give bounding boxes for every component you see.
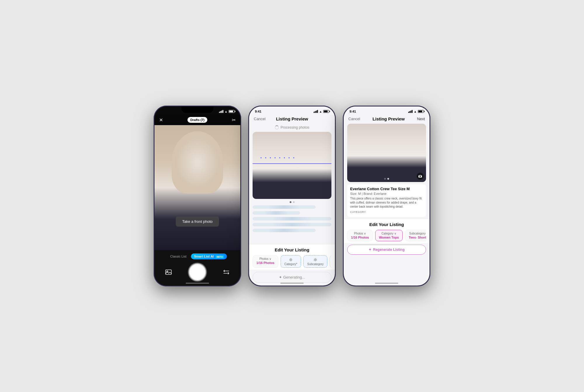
edit-tabs-3: Photos ∨ 1/16 Photos Category ∨ Women To… [347, 230, 426, 241]
edit-tabs-2: Photos ∨ 1/16 Photos ⊕ Category* ⊕ Subca… [253, 255, 331, 268]
sparkle-icon: ✦ [369, 248, 371, 252]
phones-container: 9:41 ▲ [154, 106, 430, 286]
dots-indicator-2 [249, 201, 335, 203]
edit-title-3: Edit Your Listing [347, 222, 426, 227]
status-icons-3: ▲ [408, 110, 424, 113]
regenerate-text: Regenerate Listing [373, 248, 404, 252]
subcategory-tab-label-3: Subcategory ∨ [409, 232, 426, 235]
smart-list-btn[interactable]: Smart List AI BETA [191, 253, 227, 259]
cancel-button-2[interactable]: Cancel [254, 117, 265, 121]
listing-content: Everlane Cotton Crew Tee Size M Size: M … [347, 184, 426, 217]
dot-2 [293, 201, 295, 203]
subcategory-tab-value-3: Tees- Short... [409, 236, 426, 239]
category-label: CATEGORY [350, 211, 423, 214]
result-dot-1 [384, 178, 386, 180]
photos-tab-3[interactable]: Photos ∨ 1/16 Photos [347, 230, 373, 241]
beta-badge: BETA [215, 255, 224, 258]
listing-photo-3 [347, 124, 426, 182]
signal-icon-2 [314, 110, 318, 113]
time-2: 9:41 [255, 110, 261, 113]
camera-viewfinder: Take a front photo [154, 125, 240, 250]
listing-description: This piece offers a classic crew neck, o… [350, 197, 423, 209]
battery-icon-2 [323, 110, 329, 113]
drafts-pill[interactable]: Drafts (7) [187, 117, 207, 123]
battery-icon-3 [418, 110, 424, 113]
photos-tab-value-3: 1/16 Photos [351, 236, 369, 239]
listing-preview-title-3: Listing Preview [373, 116, 405, 121]
take-photo-overlay: Take a front photo [176, 216, 219, 227]
mode-selector: Classic List Smart List AI BETA [160, 253, 234, 259]
category-tab-label-3: Category ∨ [379, 232, 399, 235]
skeleton-line-1 [253, 205, 316, 209]
result-dot-2 [387, 178, 389, 180]
photos-tab-label-3: Photos ∨ [351, 232, 369, 235]
dot-1 [290, 201, 291, 203]
category-icon-2: ⊕ [284, 257, 297, 262]
status-icons-2: ▲ [314, 110, 329, 113]
skeleton-line-2 [253, 211, 300, 215]
status-icons-1: ▲ [219, 110, 234, 113]
skeleton-line-5 [253, 229, 316, 232]
camera-header: ✕ Drafts (7) ✂ [154, 115, 240, 125]
photos-tab-value-2: 1/16 Photos [256, 261, 274, 265]
processing-spinner [275, 125, 279, 130]
wifi-icon-1: ▲ [225, 110, 227, 113]
generating-text: ✦ Generating... [279, 275, 305, 279]
listing-meta: Size: M | Brand: Everlane [350, 192, 423, 195]
signal-icon-1 [219, 110, 223, 113]
notch-1 [181, 106, 213, 113]
model-photo-1 [154, 125, 240, 250]
home-indicator-2 [280, 283, 304, 284]
listing-preview-title-2: Listing Preview [276, 116, 308, 121]
skeleton-line-4 [253, 223, 331, 226]
photos-tab-label-2: Photos ∨ [256, 257, 274, 260]
shutter-button[interactable] [189, 263, 206, 281]
photos-tab-2[interactable]: Photos ∨ 1/16 Photos [253, 255, 278, 268]
flip-camera-button[interactable] [221, 267, 232, 277]
skeleton-line-3 [253, 217, 331, 220]
nav-bar-2: Cancel Listing Preview [249, 115, 335, 124]
time-3: 9:41 [350, 110, 356, 113]
wifi-icon-3: ▲ [414, 110, 417, 113]
processing-text: Processing photos [281, 125, 310, 130]
home-indicator-1 [186, 283, 209, 284]
next-button-3[interactable]: Next [417, 117, 425, 121]
processing-bar: Processing photos [249, 124, 335, 132]
subcategory-tab-3[interactable]: Subcategory ∨ Tees- Short... [405, 230, 426, 241]
more-tab-2[interactable]: B [330, 255, 331, 268]
close-button[interactable]: ✕ [159, 117, 163, 123]
listing-photo-2 [253, 132, 331, 199]
model-bg-2 [253, 132, 331, 199]
regenerate-button[interactable]: ✦ Regenerate Listing [347, 245, 426, 255]
phone-1: 9:41 ▲ [154, 106, 241, 286]
listing-title: Everlane Cotton Crew Tee Size M [350, 187, 423, 191]
category-tab-2[interactable]: ⊕ Category* [281, 255, 301, 268]
signal-icon-3 [408, 110, 413, 113]
category-tab-value-3: Women Tops [379, 236, 399, 239]
generating-button: ✦ Generating... [253, 272, 331, 283]
wifi-icon-2: ▲ [319, 110, 322, 113]
category-tab-label-2: Category* [284, 262, 297, 266]
scan-dots [260, 157, 324, 158]
scan-line [253, 163, 331, 164]
notch-3 [371, 106, 403, 113]
notch-2 [276, 106, 308, 113]
skeleton-area [253, 205, 331, 235]
classic-list-btn[interactable]: Classic List [168, 253, 189, 259]
phone-3: 9:41 ▲ [343, 106, 430, 286]
cancel-button-3[interactable]: Cancel [348, 117, 360, 121]
subcategory-tab-2[interactable]: ⊕ Subcategory [303, 255, 327, 268]
svg-rect-0 [166, 270, 171, 274]
dots-result [384, 178, 389, 180]
scissors-icon[interactable]: ✂ [232, 117, 236, 123]
camera-bottom: Classic List Smart List AI BETA [154, 250, 240, 286]
subcategory-tab-label-2: Subcategory [307, 262, 324, 266]
gallery-button[interactable] [163, 267, 174, 277]
category-tab-3[interactable]: Category ∨ Women Tops [375, 230, 403, 241]
home-indicator-3 [375, 283, 398, 284]
nav-bar-3: Cancel Listing Preview Next [344, 115, 430, 124]
battery-icon-1 [229, 110, 234, 113]
photo-camera-icon[interactable] [417, 173, 424, 180]
model-bg-3 [347, 124, 426, 182]
edit-section-2: Edit Your Listing Photos ∨ 1/16 Photos ⊕… [249, 244, 335, 270]
